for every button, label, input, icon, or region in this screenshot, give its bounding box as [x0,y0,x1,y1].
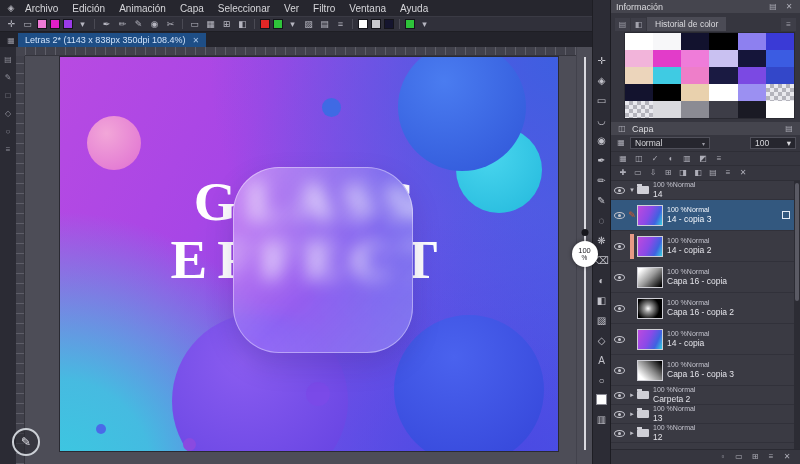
color-swatch[interactable] [653,101,681,118]
shape-icon[interactable]: ◇ [5,109,11,118]
delete-layer-icon[interactable]: ✕ [737,167,749,179]
operation-tool-icon[interactable]: ✛ [593,50,610,70]
color-swatch[interactable] [766,50,794,67]
visibility-eye-icon[interactable] [614,187,625,194]
layer-thumbnail[interactable] [637,329,663,350]
menu-capa[interactable]: Capa [173,3,211,14]
color-swatch[interactable] [709,50,737,67]
menu-icon[interactable]: ≡ [6,145,11,154]
expand-arrow-icon[interactable]: ▸ [627,410,637,418]
check-icon[interactable]: ✓ [649,153,661,165]
caret-down-icon[interactable]: ▾ [418,17,431,31]
expand-arrow-icon[interactable]: ▸ [627,429,637,437]
color-swatch[interactable] [681,84,709,101]
panel-menu-icon[interactable]: ▤ [767,1,779,13]
view-mode-icon[interactable]: ▭ [733,451,745,463]
layer-thumbnail[interactable] [637,298,663,319]
color-swatch[interactable] [709,33,737,50]
square-icon[interactable]: □ [6,91,11,100]
layer-thumbnail[interactable] [637,360,663,381]
grid-view-icon[interactable]: ⊞ [749,451,761,463]
subtool-icon[interactable]: ▥ [593,409,610,429]
visibility-eye-icon[interactable] [614,274,625,281]
layer-thumbnail[interactable] [637,205,663,226]
move-tool-icon[interactable]: ◈ [593,70,610,90]
transfer-down-icon[interactable]: ⇩ [647,167,659,179]
symmetry-icon[interactable]: ▨ [302,17,315,31]
pen-icon[interactable]: ✒ [100,17,113,31]
color-swatch[interactable] [738,101,766,118]
pencil-icon[interactable]: ✏ [116,17,129,31]
menu-ver[interactable]: Ver [277,3,306,14]
visibility-eye-icon[interactable] [614,243,625,250]
pen-tool-icon[interactable]: ✒ [593,150,610,170]
color-wheel-tab-icon[interactable]: ▤ [615,18,630,31]
tab-close-icon[interactable]: ✕ [192,36,199,45]
blend-combine-icon[interactable]: ▦ [615,137,627,149]
document-tab[interactable]: Letras 2* (1143 x 838px 350dpi 108.4%) ✕ [18,33,206,47]
color-swatch[interactable] [709,84,737,101]
layer-thumbnail[interactable] [637,267,663,288]
pen-icon[interactable]: ✎ [5,73,12,82]
list-view-icon[interactable]: ≡ [765,451,777,463]
color-swatch[interactable] [738,67,766,84]
color-chip-violet[interactable] [63,19,73,29]
menu-seleccionar[interactable]: Seleccionar [211,3,277,14]
panel-close-icon[interactable]: ✕ [783,1,795,13]
color-chip-green[interactable] [273,19,283,29]
color-set-tab-icon[interactable]: ◧ [631,18,646,31]
color-chip-gray[interactable] [371,19,381,29]
brush-tool-icon[interactable]: ✎ [593,190,610,210]
color-swatch[interactable] [625,50,653,67]
color-swatch[interactable] [738,84,766,101]
menu-animacion[interactable]: Animación [112,3,173,14]
layer-row-14-copia-2[interactable]: 100 %Normal 14 - copia 2 [611,231,794,262]
color-swatch[interactable] [681,101,709,118]
color-swatch[interactable] [653,33,681,50]
text-tool-icon[interactable]: A [593,350,610,370]
color-swatch[interactable] [738,33,766,50]
color-chip-magenta[interactable] [50,19,60,29]
scrollbar-thumb[interactable] [795,183,799,301]
marquee-icon[interactable]: ▭ [188,17,201,31]
color-swatch[interactable] [766,33,794,50]
layer-row-14-copia[interactable]: 100 %Normal 14 - copia [611,324,794,355]
color-swatch[interactable] [653,67,681,84]
transform-icon[interactable]: ✛ [5,17,18,31]
snap-icon[interactable]: ⊞ [220,17,233,31]
layer-thumbnail[interactable] [637,236,663,257]
airbrush-tool-icon[interactable]: ◌ [593,210,610,230]
brush-icon[interactable]: ✎ [132,17,145,31]
color-chip-pink[interactable] [37,19,47,29]
tab-list-icon[interactable]: ▦ [4,36,18,45]
texture-icon[interactable]: ▥ [681,153,693,165]
color-chip-white[interactable] [358,19,368,29]
fill-tool-icon[interactable]: ◧ [593,290,610,310]
main-color-swatch[interactable] [596,394,607,405]
pencil-tool-icon[interactable]: ✏ [593,170,610,190]
artboard[interactable]: GLASS EFFECT [60,57,558,451]
panel-icon[interactable]: ▤ [4,55,12,64]
panel-icon[interactable]: ▤ [318,17,331,31]
eyedropper-icon[interactable]: ◉ [148,17,161,31]
halftone-icon[interactable]: ◩ [697,153,709,165]
lasso-tool-icon[interactable]: ◡ [593,110,610,130]
layer-row-folder-14[interactable]: ▾ 100 %Normal 14 [611,181,794,200]
color-swatch[interactable] [681,50,709,67]
balloon-tool-icon[interactable]: ○ [593,370,610,390]
color-swatch[interactable] [681,67,709,84]
layer-mask-icon[interactable]: ◨ [677,167,689,179]
color-swatch[interactable] [709,67,737,84]
layer-row-carpeta-2[interactable]: ▸ 100 %Normal Carpeta 2 [611,386,794,405]
clip-icon[interactable]: ▦ [617,153,629,165]
circle-icon[interactable]: ○ [6,127,11,136]
canvas-area[interactable]: GLASS EFFECT [16,47,576,464]
color-swatch[interactable] [709,101,737,118]
caret-down-icon[interactable]: ▾ [286,17,299,31]
menu-icon[interactable]: ≡ [334,17,347,31]
visibility-eye-icon[interactable] [614,430,625,437]
color-swatch[interactable] [766,67,794,84]
mask-icon[interactable]: ◫ [633,153,645,165]
color-swatch[interactable] [738,50,766,67]
zoom-level-badge[interactable]: 100 % [572,241,598,267]
